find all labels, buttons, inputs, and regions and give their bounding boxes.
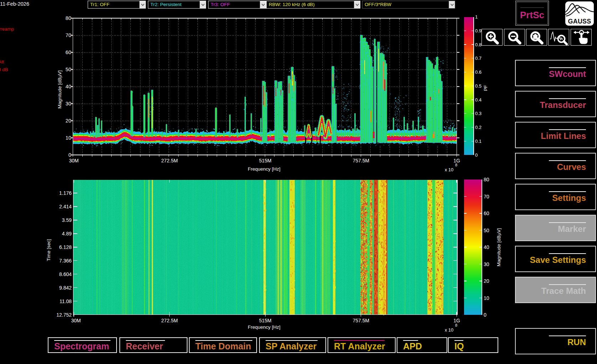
svg-text:0.4: 0.4 xyxy=(475,97,482,103)
svg-text:757.5M: 757.5M xyxy=(352,158,369,163)
svg-text:70: 70 xyxy=(484,194,489,199)
svg-text:50: 50 xyxy=(66,67,71,72)
svg-text:30: 30 xyxy=(66,101,71,106)
svg-text:30M: 30M xyxy=(69,158,78,163)
svg-text:Magnitude [dBµV]: Magnitude [dBµV] xyxy=(57,70,62,109)
svg-text:GAUSS: GAUSS xyxy=(568,18,591,25)
svg-text:8: 8 xyxy=(455,163,457,167)
svg-text:0.6: 0.6 xyxy=(475,69,482,75)
svg-text:60: 60 xyxy=(66,50,71,55)
svg-text:2.414: 2.414 xyxy=(59,204,72,209)
svg-text:11.08: 11.08 xyxy=(60,298,72,304)
svg-text:7.366: 7.366 xyxy=(59,258,72,264)
svg-text:0.5: 0.5 xyxy=(475,83,482,89)
svg-text:1: 1 xyxy=(475,14,478,20)
svg-text:0.3: 0.3 xyxy=(475,111,482,116)
svg-text:40: 40 xyxy=(66,84,71,89)
svg-text:272.5M: 272.5M xyxy=(161,158,178,163)
svg-text:0.1: 0.1 xyxy=(475,139,482,144)
svg-text:50: 50 xyxy=(484,228,489,233)
svg-text:757.5M: 757.5M xyxy=(352,318,369,323)
svg-text:Frequency [Hz]: Frequency [Hz] xyxy=(248,166,281,172)
svg-text:30: 30 xyxy=(484,261,489,267)
svg-text:40: 40 xyxy=(484,244,489,250)
svg-text:0.9: 0.9 xyxy=(475,28,482,33)
svg-text:10: 10 xyxy=(484,295,489,301)
svg-text:20: 20 xyxy=(66,118,71,124)
svg-text:0.8: 0.8 xyxy=(475,42,482,47)
svg-text:80: 80 xyxy=(484,177,489,182)
svg-text:1G: 1G xyxy=(453,318,460,323)
svg-text:x 10: x 10 xyxy=(445,327,454,333)
svg-text:Time [sec]: Time [sec] xyxy=(46,239,51,261)
svg-text:515M: 515M xyxy=(259,318,272,323)
svg-text:PF: PF xyxy=(483,85,488,91)
svg-text:0.2: 0.2 xyxy=(475,125,482,130)
svg-text:70: 70 xyxy=(66,32,71,38)
svg-text:1.176: 1.176 xyxy=(59,190,72,196)
svg-text:x 10: x 10 xyxy=(445,167,454,172)
svg-text:9.842: 9.842 xyxy=(59,285,72,291)
svg-text:10: 10 xyxy=(66,135,71,141)
svg-text:Magnitude [dBµV]: Magnitude [dBµV] xyxy=(496,228,501,266)
svg-text:60: 60 xyxy=(484,210,489,216)
svg-text:0: 0 xyxy=(475,152,478,158)
svg-text:20: 20 xyxy=(484,278,489,284)
svg-text:8: 8 xyxy=(455,323,457,327)
svg-text:0: 0 xyxy=(484,312,487,318)
svg-text:Frequency [Hz]: Frequency [Hz] xyxy=(248,324,281,330)
svg-text:4.89: 4.89 xyxy=(62,231,72,236)
svg-text:0: 0 xyxy=(68,152,71,158)
svg-text:30M: 30M xyxy=(71,318,81,323)
svg-text:3.59: 3.59 xyxy=(62,217,72,223)
svg-text:8.604: 8.604 xyxy=(59,271,72,277)
svg-text:0.7: 0.7 xyxy=(475,56,482,61)
svg-text:6.128: 6.128 xyxy=(59,244,72,250)
svg-text:12.752: 12.752 xyxy=(56,312,72,318)
svg-text:80: 80 xyxy=(66,15,71,21)
svg-text:272.5M: 272.5M xyxy=(161,318,178,323)
svg-text:515M: 515M xyxy=(259,158,272,163)
